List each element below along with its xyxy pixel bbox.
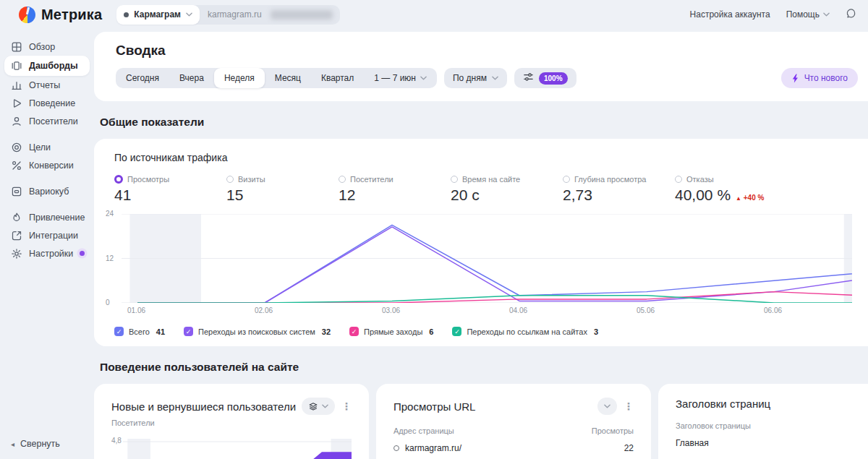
range-button-yesterday[interactable]: Вчера <box>169 68 214 88</box>
sampling-control[interactable]: 100% <box>514 68 576 88</box>
sidebar-item-label: Отчеты <box>29 80 60 90</box>
grid-icon <box>11 41 22 53</box>
sidebar: ОбзорДашбордыОтчетыПоведениеПосетителиЦе… <box>0 29 94 459</box>
collapse-sidebar-button[interactable]: ◂ Свернуть <box>4 439 90 449</box>
play-icon <box>11 98 22 109</box>
sidebar-item-behavior[interactable]: Поведение <box>4 94 90 112</box>
column-header-title: Заголовок страницы <box>676 421 751 430</box>
card-title: Заголовки страниц <box>676 398 770 410</box>
legend-item-direct[interactable]: ✓Прямые заходы6 <box>349 327 433 336</box>
traffic-sources-card: По источникам трафика Просмотры41Визиты1… <box>94 139 868 346</box>
metric-label: Визиты <box>238 175 265 184</box>
sidebar-item-reports[interactable]: Отчеты <box>4 76 90 94</box>
legend-item-total[interactable]: ✓Всего41 <box>114 327 165 336</box>
range-button-month[interactable]: Месяц <box>265 68 311 88</box>
metric-value: 2,73 <box>563 186 675 204</box>
metric-value: 15 <box>226 186 339 204</box>
sidebar-item-label: Посетители <box>29 116 78 126</box>
chart-canvas <box>123 439 352 459</box>
metrics-row: Просмотры41Визиты15Посетители12Время на … <box>114 175 859 204</box>
percent-icon <box>11 160 22 171</box>
sidebar-item-dashboards[interactable]: Дашборды <box>4 56 90 76</box>
metric-label: Время на сайте <box>462 175 520 184</box>
metric-value: 20 с <box>451 186 563 204</box>
metric-tab-visitors[interactable]: Посетители12 <box>339 175 451 204</box>
chevron-down-icon <box>492 76 498 80</box>
new-returning-users-card: Новые и вернувшиеся пользователи ⋮ Посет… <box>94 384 369 459</box>
sidebar-item-overview[interactable]: Обзор <box>4 38 90 56</box>
sidebar-item-acquisition[interactable]: Привлечение <box>4 208 90 226</box>
metric-label: Посетители <box>350 175 393 184</box>
card-menu-button[interactable]: ⋮ <box>341 400 352 412</box>
metric-tab-depth[interactable]: Глубина просмотра2,73 <box>563 175 675 204</box>
gear-icon <box>11 248 22 259</box>
metric-tab-views[interactable]: Просмотры41 <box>114 175 226 204</box>
x-axis-label: 03.06 <box>382 306 400 314</box>
sidebar-item-label: Вариокуб <box>29 186 69 197</box>
integrations-icon <box>11 230 22 241</box>
counter-name-pill[interactable]: Кармаграм <box>116 5 200 25</box>
column-header-url: Адрес страницы <box>393 426 454 435</box>
legend-item-search[interactable]: ✓Переходы из поисковых систем32 <box>184 327 331 336</box>
table-header: Адрес страницы Просмотры <box>393 426 634 435</box>
y-axis-label: 4,8 <box>111 437 122 445</box>
checkbox-checked-icon: ✓ <box>114 327 124 336</box>
counter-name: Кармаграм <box>134 9 181 20</box>
checkbox-checked-icon: ✓ <box>184 327 193 336</box>
sliders-icon <box>523 72 534 85</box>
help-menu[interactable]: Помощь <box>786 9 830 20</box>
x-axis-label: 04.06 <box>509 306 527 314</box>
metrika-logo[interactable]: Метрика <box>19 7 102 23</box>
granularity-select[interactable]: По дням <box>444 68 507 88</box>
logo-text: Метрика <box>41 7 102 23</box>
account-settings-link[interactable]: Настройка аккаунта <box>690 9 770 20</box>
metric-tab-bounce[interactable]: Отказы40,00 %▲ +40 % <box>675 175 787 204</box>
blurred-counter-id <box>271 10 333 20</box>
sidebar-item-label: Дашборды <box>29 61 78 71</box>
traffic-card-title: По источникам трафика <box>114 152 859 163</box>
radio-icon <box>226 176 234 183</box>
counter-domain: karmagram.ru <box>208 9 262 20</box>
sidebar-item-visitors[interactable]: Посетители <box>4 112 90 130</box>
radio-icon <box>339 176 346 183</box>
y-axis-label: 0 <box>106 299 110 306</box>
card-menu-button[interactable]: ⋮ <box>624 400 634 412</box>
bar-chart-icon <box>11 80 22 91</box>
sidebar-item-variocube[interactable]: Вариокуб <box>4 182 90 200</box>
range-button-today[interactable]: Сегодня <box>116 68 169 88</box>
chart-canvas[interactable] <box>122 214 852 303</box>
radio-icon <box>114 175 123 184</box>
y-axis-label: 12 <box>106 254 114 262</box>
layers-icon <box>308 401 318 411</box>
range-button-week[interactable]: Неделя <box>214 68 265 88</box>
metric-tab-time-on-site[interactable]: Время на сайте20 с <box>451 175 563 204</box>
metric-value: 12 <box>339 186 451 204</box>
chevron-down-icon <box>420 76 427 80</box>
legend-item-links[interactable]: ✓Переходы по ссылкам на сайтах3 <box>452 327 598 336</box>
url-link[interactable]: karmagram.ru/ <box>393 443 461 453</box>
chart-type-select[interactable] <box>597 398 617 415</box>
table-row[interactable]: Главная <box>676 438 862 448</box>
sidebar-item-integrations[interactable]: Интеграции <box>4 226 90 244</box>
chevron-down-icon <box>186 12 192 17</box>
whats-new-button[interactable]: Что нового <box>781 68 858 88</box>
x-axis-label: 02.06 <box>255 306 273 314</box>
section-general-title: Общие показатели <box>100 116 868 129</box>
notification-dot <box>80 251 85 256</box>
traffic-chart[interactable]: 0122401.0602.0603.0604.0605.0606.06 <box>106 214 859 319</box>
sidebar-item-settings[interactable]: Настройки <box>4 244 90 262</box>
sidebar-item-label: Обзор <box>29 42 55 52</box>
new-returning-chart[interactable]: 4,8 <box>111 439 352 459</box>
metric-tab-visits[interactable]: Визиты15 <box>226 175 339 204</box>
chat-icon[interactable] <box>846 8 856 22</box>
range-button-quarter[interactable]: Квартал <box>311 68 364 88</box>
table-row[interactable]: karmagram.ru/22 <box>393 443 634 453</box>
lightning-icon <box>791 74 799 83</box>
cube-icon <box>11 186 22 197</box>
counter-selector[interactable]: Кармаграм karmagram.ru <box>116 5 339 25</box>
chart-type-select[interactable] <box>302 398 335 415</box>
date-range-button[interactable]: 1 — 7 июн <box>364 68 437 88</box>
url-views-card: Просмотры URL ⋮ Адрес страницы Просмотры… <box>376 384 651 459</box>
sidebar-item-conversions[interactable]: Конверсии <box>4 156 90 174</box>
sidebar-item-goals[interactable]: Цели <box>4 138 90 156</box>
